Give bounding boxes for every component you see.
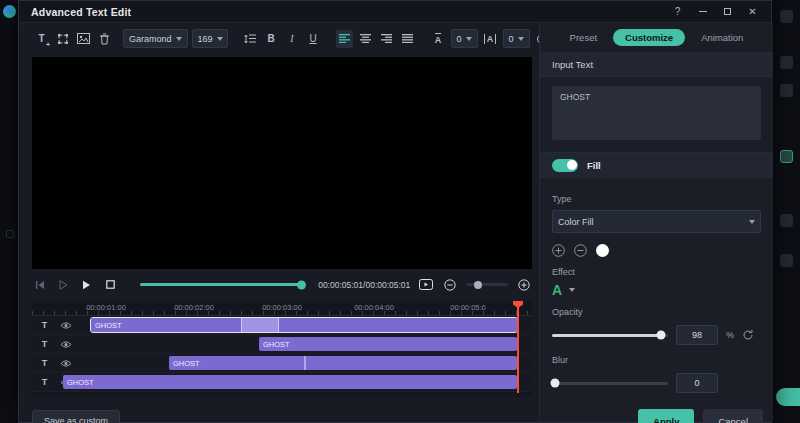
app-logo <box>3 5 16 18</box>
add-text-icon[interactable]: T+ <box>33 30 50 48</box>
advanced-text-edit-dialog: Advanced Text Edit ? ✕ T+ Garamond <box>18 0 772 423</box>
text-track-icon: T <box>40 377 49 387</box>
chevron-down-icon <box>518 37 524 41</box>
track-row-2: T GHOST <box>32 335 532 354</box>
minimize-icon[interactable] <box>692 4 713 20</box>
tab-preset[interactable]: Preset <box>570 32 597 43</box>
delete-icon[interactable] <box>96 30 113 48</box>
opacity-label: Opacity <box>552 307 761 317</box>
opacity-slider-fill <box>552 334 661 337</box>
align-center-button[interactable] <box>357 30 374 48</box>
background-icon <box>780 84 793 97</box>
transport-bar: 00:00:05:01/00:00:05:01 <box>32 271 532 298</box>
panel-tabs: Preset Customize Animation <box>540 23 773 53</box>
align-right-button[interactable] <box>378 30 395 48</box>
playhead[interactable] <box>517 301 519 393</box>
char-width-icon[interactable]: A <box>482 30 499 48</box>
char-width-select[interactable]: 0 <box>503 29 530 48</box>
background-icon <box>6 230 14 238</box>
frame-preview-icon[interactable] <box>418 277 434 293</box>
font-size-select[interactable]: 169 <box>192 29 228 48</box>
type-label: Type <box>552 194 761 204</box>
input-text-area[interactable]: GHOST <box>552 86 761 140</box>
previous-frame-button[interactable] <box>32 277 48 293</box>
char-spacing-select[interactable]: 0 <box>451 29 478 48</box>
reset-icon[interactable] <box>742 329 754 341</box>
opacity-slider-handle[interactable] <box>657 331 666 340</box>
preview-canvas[interactable] <box>32 57 532 269</box>
cancel-button[interactable]: Cancel <box>703 409 763 423</box>
apply-button[interactable]: Apply <box>638 409 694 423</box>
timeline-clip[interactable]: GHOST <box>259 337 517 351</box>
effect-select[interactable]: A <box>552 283 761 297</box>
opacity-row: 98 % <box>552 325 761 345</box>
font-family-select[interactable]: Garamond <box>123 29 188 48</box>
timeline-clip[interactable]: GHOST <box>63 375 517 389</box>
underline-button[interactable]: U <box>305 30 322 48</box>
char-spacing-icon[interactable]: A <box>430 30 447 48</box>
transform-icon[interactable] <box>54 30 71 48</box>
add-color-icon[interactable] <box>552 244 565 257</box>
tab-customize[interactable]: Customize <box>613 29 685 46</box>
timeline-zoom-handle[interactable] <box>474 281 482 289</box>
blur-row: 0 <box>552 373 761 393</box>
track-row-1: T GHOST <box>32 316 532 335</box>
timeline-clip[interactable]: GHOST <box>91 318 517 332</box>
window-controls: ? ✕ <box>667 4 763 20</box>
timeline-clip[interactable]: GHOST <box>169 356 517 370</box>
opacity-unit: % <box>726 330 734 340</box>
main-app-right-edge <box>772 0 800 423</box>
playback-slider-handle[interactable] <box>297 280 306 289</box>
play-button[interactable] <box>79 277 95 293</box>
text-track-icon: T <box>40 339 49 349</box>
timecode: 00:00:05:01/00:00:05:01 <box>318 280 410 290</box>
chevron-down-icon <box>466 37 472 41</box>
timeline-ruler[interactable]: 00:00:01:00 00:00:02:00 00:00:03:00 00:0… <box>32 301 532 316</box>
visibility-icon[interactable] <box>60 359 72 368</box>
help-icon[interactable]: ? <box>667 4 688 20</box>
stop-button[interactable] <box>103 277 119 293</box>
save-as-custom-button[interactable]: Save as custom <box>32 410 120 423</box>
chevron-down-icon <box>749 220 755 224</box>
fill-label: Fill <box>587 160 601 171</box>
play-outline-icon[interactable] <box>56 277 72 293</box>
bold-button[interactable]: B <box>263 30 280 48</box>
italic-button[interactable]: I <box>284 30 301 48</box>
background-icon <box>780 254 793 267</box>
zoom-in-icon[interactable] <box>516 277 532 293</box>
color-swatch-white[interactable] <box>596 244 609 257</box>
effect-label: Effect <box>552 267 761 277</box>
input-text-header: Input Text <box>540 53 773 77</box>
visibility-icon[interactable] <box>60 321 72 330</box>
blur-input[interactable]: 0 <box>676 373 718 393</box>
fill-toggle[interactable] <box>552 159 578 172</box>
timeline-zoom-slider[interactable] <box>466 283 509 286</box>
clip-segment[interactable] <box>241 318 279 332</box>
blur-slider-handle[interactable] <box>551 379 560 388</box>
close-icon[interactable]: ✕ <box>742 4 763 20</box>
dialog-titlebar: Advanced Text Edit ? ✕ <box>19 1 771 23</box>
track-row-3: T GHOST <box>32 354 532 373</box>
maximize-icon[interactable] <box>717 4 738 20</box>
timeline: 00:00:01:00 00:00:02:00 00:00:03:00 00:0… <box>32 301 532 397</box>
remove-color-icon[interactable] <box>574 244 587 257</box>
chevron-down-icon <box>176 37 182 41</box>
opacity-input[interactable]: 98 <box>676 325 718 345</box>
tab-animation[interactable]: Animation <box>701 32 743 43</box>
image-icon[interactable] <box>75 30 92 48</box>
align-left-button[interactable] <box>336 30 353 48</box>
zoom-out-icon[interactable] <box>442 277 458 293</box>
blur-slider[interactable] <box>552 382 668 385</box>
opacity-slider[interactable] <box>552 334 668 337</box>
panel-actions: Apply Cancel <box>540 409 773 423</box>
fill-settings: Type Color Fill Effect A <box>540 178 773 393</box>
playback-slider[interactable] <box>140 283 302 286</box>
visibility-icon[interactable] <box>60 340 72 349</box>
align-justify-button[interactable] <box>399 30 416 48</box>
track-row-4: T GHOST <box>32 373 532 392</box>
text-track-icon: T <box>40 320 49 330</box>
export-button-partial <box>776 388 800 406</box>
background-icon <box>780 214 793 227</box>
fill-type-select[interactable]: Color Fill <box>552 210 761 233</box>
line-spacing-icon[interactable] <box>242 30 259 48</box>
